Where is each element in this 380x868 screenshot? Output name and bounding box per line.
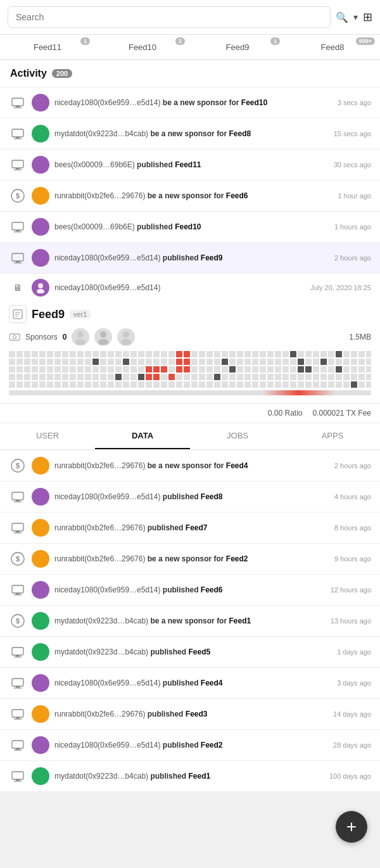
heatmap-row [9, 374, 371, 380]
list-item[interactable]: runrabbit(0xb2fe6…29676) published Feed3… [0, 699, 380, 730]
heatmap-cell [244, 381, 251, 388]
avatar [32, 457, 49, 475]
heatmap-cell [146, 351, 152, 357]
heatmap-cell [206, 381, 213, 388]
heatmap-cell [54, 366, 61, 373]
activity-time: 28 days ago [333, 741, 371, 749]
heatmap-cell [123, 366, 129, 373]
heatmap-strip [9, 390, 371, 395]
svg-point-4 [37, 98, 44, 104]
tab-feed9-badge: 1 [270, 37, 280, 45]
activity-list-bottom: $ runrabbit(0xb2fe6…29676) be a new spon… [0, 450, 380, 792]
heatmap-cell [328, 381, 334, 388]
heatmap-cell [206, 374, 213, 380]
activity-text: runrabbit(0xb2fe6…29676) published Feed7 [54, 523, 329, 533]
heatmap-cell [275, 374, 281, 380]
tab-feed10[interactable]: 2 Feed10 [95, 35, 190, 60]
list-item[interactable]: niceday1080(0x6e959…e5d14) published Fee… [0, 668, 380, 699]
list-item[interactable]: mydatdot(0x9223d…b4cab) published Feed5 … [0, 637, 380, 668]
heatmap-cell [313, 351, 319, 357]
heatmap-cell [24, 374, 30, 380]
activity-time: 1 hour ago [338, 192, 371, 200]
heatmap-cell [92, 359, 99, 365]
heatmap-cell [343, 374, 350, 380]
list-item[interactable]: $ runrabbit(0xb2fe6…29676) be a new spon… [0, 450, 380, 482]
list-item[interactable]: mydatdot(0x9223d…b4cab) be a new sponsor… [0, 118, 380, 150]
heatmap-cell [70, 374, 76, 380]
list-item[interactable]: $ runrabbit(0xb2fe6…29676) be a new spon… [0, 544, 380, 575]
heatmap-cell [9, 366, 15, 373]
heatmap-cell [244, 359, 251, 365]
svg-rect-6 [12, 129, 23, 137]
heatmap-cell [47, 366, 53, 373]
list-item[interactable]: niceday1080(0x6e959…e5d14) published Fee… [0, 730, 380, 761]
list-item[interactable]: $ mydatdot(0x9223d…b4cab) be a new spons… [0, 606, 380, 637]
search-input[interactable] [8, 6, 331, 28]
heatmap-cell [138, 366, 144, 373]
heatmap-cell [16, 351, 23, 357]
heatmap-cell [282, 359, 289, 365]
list-item[interactable]: $ runrabbit(0xb2fe6…29676) be a new spon… [0, 181, 380, 212]
tab-feed11[interactable]: 1 Feed11 [0, 35, 95, 60]
screen-icon: 🖥 [9, 279, 27, 297]
heatmap-cell [161, 359, 167, 365]
svg-rect-88 [12, 679, 23, 686]
heatmap-cell [47, 374, 53, 380]
tab-feed8[interactable]: 999+ Feed8 [285, 35, 380, 60]
heatmap-cell [130, 374, 137, 380]
list-item[interactable]: niceday1080(0x6e959…e5d14) published Fee… [0, 575, 380, 606]
search-button[interactable]: 🔍 [336, 11, 348, 23]
list-item[interactable]: bees(0x00009…69b6E) published Feed11 30 … [0, 150, 380, 181]
heatmap-cell [260, 359, 266, 365]
heatmap-cell [237, 366, 243, 373]
heatmap-cell [282, 381, 289, 388]
tab-apps[interactable]: APPS [285, 423, 380, 449]
heatmap-cell [146, 374, 152, 380]
screen-icon [9, 581, 27, 599]
heatmap-cell [366, 366, 371, 373]
grid-view-button[interactable]: ⊞ [363, 10, 372, 24]
bottom-tabs: USER DATA JOBS APPS [0, 423, 380, 450]
heatmap-cell [298, 374, 304, 380]
heatmap-cell [16, 381, 23, 388]
expanded-date: July 20, 2020 18:25 [310, 284, 371, 291]
heatmap-cell [108, 381, 114, 388]
list-item[interactable]: mydatdot(0x9223d…b4cab) published Feed1 … [0, 761, 380, 792]
tab-feed9[interactable]: 1 Feed9 [190, 35, 285, 60]
heatmap-cell [305, 381, 312, 388]
list-item[interactable]: niceday1080(0x6e959…e5d14) be a new spon… [0, 87, 380, 118]
heatmap-cell [153, 351, 160, 357]
svg-point-104 [37, 740, 44, 746]
svg-rect-71 [12, 585, 23, 593]
heatmap-cell [343, 351, 350, 357]
list-item[interactable]: niceday1080(0x6e959…e5d14) published Fee… [0, 482, 380, 513]
list-item[interactable]: bees(0x00009…69b6E) published Feed10 1 h… [0, 212, 380, 243]
heatmap-cell [77, 359, 84, 365]
heatmap-cell [168, 351, 175, 357]
list-item[interactable]: niceday1080(0x6e959…e5d14) published Fee… [0, 243, 380, 274]
heatmap-cell [328, 359, 334, 365]
list-item[interactable]: runrabbit(0xb2fe6…29676) published Feed7… [0, 513, 380, 544]
heatmap-cell [290, 381, 296, 388]
tab-user[interactable]: USER [0, 423, 95, 449]
svg-rect-7 [16, 137, 20, 138]
heatmap-cell [313, 359, 319, 365]
heatmap-cell [305, 359, 312, 365]
heatmap-cell [70, 381, 76, 388]
tab-data[interactable]: DATA [95, 423, 190, 449]
heatmap-cell [176, 381, 182, 388]
heatmap-cell [32, 351, 38, 357]
heatmap-cell [351, 381, 357, 388]
svg-rect-83 [16, 655, 20, 656]
heatmap-cell [214, 366, 220, 373]
tab-jobs[interactable]: JOBS [190, 423, 285, 449]
heatmap-cell [252, 351, 258, 357]
svg-point-45 [100, 331, 106, 338]
activity-time: 8 hours ago [334, 524, 371, 532]
heatmap-cell [32, 359, 38, 365]
heatmap-cell [366, 359, 371, 365]
activity-text: bees(0x00009…69b6E) published Feed10 [54, 222, 329, 233]
heatmap-cell [176, 374, 182, 380]
fab-add-button[interactable]: + [336, 811, 367, 843]
dropdown-button[interactable]: ▾ [353, 12, 358, 22]
